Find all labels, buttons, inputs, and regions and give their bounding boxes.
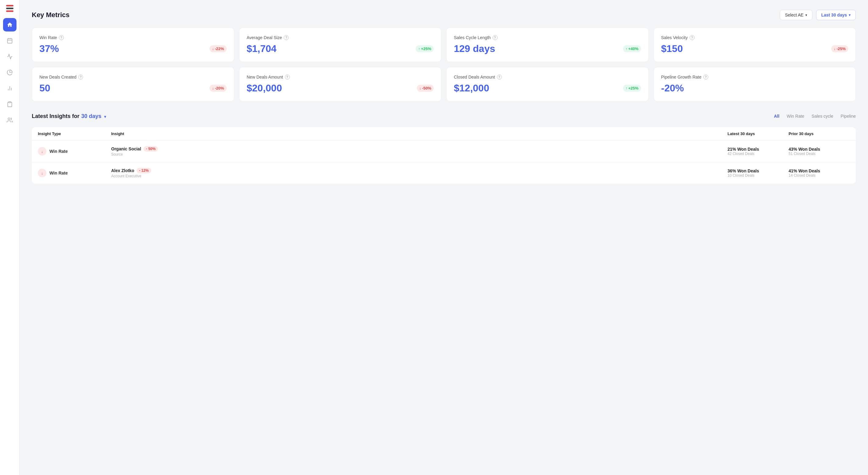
latest-sub: 42 Closed Deals <box>727 152 788 156</box>
metric-value-row: -20% <box>661 83 848 94</box>
metrics-grid-row1: Win Rate ?37%↓ -22%Average Deal Size ?$1… <box>32 28 856 62</box>
sidebar-item-clipboard[interactable] <box>3 97 17 111</box>
main-content: Key Metrics Select AE ▾ Last 30 days ▾ W… <box>20 0 868 475</box>
insight-type-cell: ↓ Win Rate <box>38 169 111 177</box>
insight-type-label: Win Rate <box>50 171 68 175</box>
metric-card-sales-cycle: Sales Cycle Length ?129 days↑ +40% <box>446 28 649 62</box>
sidebar-item-home[interactable] <box>3 18 17 31</box>
help-icon[interactable]: ? <box>493 35 498 40</box>
metric-card-win-rate: Win Rate ?37%↓ -22% <box>32 28 234 62</box>
header-controls: Select AE ▾ Last 30 days ▾ <box>780 10 856 20</box>
insights-filters: AllWin RateSales cyclePipeline <box>774 113 856 120</box>
help-icon[interactable]: ? <box>284 35 289 40</box>
sidebar-item-bar[interactable] <box>3 82 17 95</box>
metric-label: Win Rate ? <box>39 35 227 40</box>
metric-label: Average Deal Size ? <box>247 35 434 40</box>
metric-label-text: New Deals Amount <box>247 75 283 80</box>
sidebar-item-chart[interactable] <box>3 50 17 63</box>
metric-value: -20% <box>661 83 684 94</box>
metric-value: 129 days <box>454 43 495 54</box>
logo <box>6 5 13 12</box>
metric-label-text: New Deals Created <box>39 75 76 80</box>
insights-period: 30 days ▾ <box>81 113 106 120</box>
help-icon[interactable]: ? <box>497 75 502 80</box>
metric-badge: ↓ -50% <box>417 85 434 92</box>
prior-sub: 51 Closed Deals <box>788 152 850 156</box>
table-row: ↓ Win Rate Alex Zlotko - 12% Account Exe… <box>32 162 856 184</box>
arrow-icon: ↑ <box>418 47 420 51</box>
insight-cell: Organic Social - 50% Source <box>111 146 727 156</box>
insight-sublabel: Account Executive <box>111 174 727 178</box>
insight-badge: - 12% <box>136 168 151 173</box>
select-ae-label: Select AE <box>785 12 804 18</box>
metric-value: $20,000 <box>247 83 282 94</box>
table-header-cell: Latest 30 days <box>727 131 788 136</box>
metric-label-text: Pipeline Growth Rate <box>661 75 702 80</box>
arrow-icon: ↓ <box>419 86 421 90</box>
help-icon[interactable]: ? <box>703 75 708 80</box>
insight-sublabel: Source <box>111 152 727 156</box>
metric-label: Sales Velocity ? <box>661 35 848 40</box>
insights-section-header: Latest Insights for 30 days ▾ AllWin Rat… <box>32 113 856 120</box>
insight-name: Organic Social <box>111 146 141 151</box>
metric-value-row: 50↓ -20% <box>39 83 227 94</box>
insight-name-row: Alex Zlotko - 12% <box>111 168 727 173</box>
metric-label-text: Sales Velocity <box>661 35 688 40</box>
trend-down-icon: ↓ <box>38 169 46 177</box>
metric-value: 37% <box>39 43 59 54</box>
svg-point-8 <box>8 118 10 120</box>
arrow-icon: ↓ <box>212 47 214 51</box>
chevron-down-icon-2: ▾ <box>849 13 850 17</box>
prior-metric-cell: 41% Won Deals 14 Closed Deals <box>788 169 850 178</box>
sidebar-item-pie[interactable] <box>3 66 17 79</box>
sidebar-item-calendar[interactable] <box>3 34 17 48</box>
metrics-grid-row2: New Deals Created ?50↓ -20%New Deals Amo… <box>32 67 856 101</box>
metric-value-row: $1,704↑ +25% <box>247 43 434 54</box>
arrow-icon: ↓ <box>212 86 214 90</box>
latest-metric-cell: 36% Won Deals 10 Closed Deals <box>727 169 788 178</box>
insight-type-cell: ↓ Win Rate <box>38 147 111 156</box>
filter-pipeline[interactable]: Pipeline <box>840 113 856 120</box>
latest-sub: 10 Closed Deals <box>727 173 788 178</box>
metric-card-new-deals-created: New Deals Created ?50↓ -20% <box>32 67 234 101</box>
sidebar <box>0 0 20 475</box>
metric-badge: ↑ +25% <box>623 85 641 92</box>
metric-label: Pipeline Growth Rate ? <box>661 75 848 80</box>
sidebar-item-team[interactable] <box>3 113 17 127</box>
metric-card-pipeline-growth: Pipeline Growth Rate ?-20% <box>654 67 856 101</box>
date-range-dropdown[interactable]: Last 30 days ▾ <box>816 10 856 20</box>
filter-sales-cycle[interactable]: Sales cycle <box>811 113 833 120</box>
metric-label-text: Average Deal Size <box>247 35 282 40</box>
metric-label-text: Sales Cycle Length <box>454 35 491 40</box>
insights-title-text: Latest Insights for <box>32 113 80 120</box>
metric-value: 50 <box>39 83 51 94</box>
arrow-icon: ↑ <box>625 86 627 90</box>
select-ae-dropdown[interactable]: Select AE ▾ <box>780 10 812 20</box>
help-icon[interactable]: ? <box>690 35 694 40</box>
metric-card-sales-velocity: Sales Velocity ?$150↓ -25% <box>654 28 856 62</box>
metric-value: $1,704 <box>247 43 277 54</box>
help-icon[interactable]: ? <box>285 75 290 80</box>
metric-badge: ↑ +25% <box>416 45 434 52</box>
metric-badge: ↓ -20% <box>210 85 226 92</box>
metric-badge: ↓ -25% <box>831 45 848 52</box>
page-header: Key Metrics Select AE ▾ Last 30 days ▾ <box>32 10 856 20</box>
insight-name: Alex Zlotko <box>111 168 134 173</box>
logo-bar-3 <box>6 10 13 12</box>
metric-value: $150 <box>661 43 683 54</box>
latest-main: 21% Won Deals <box>727 147 788 152</box>
metric-card-closed-deals-amount: Closed Deals Amount ?$12,000↑ +25% <box>446 67 649 101</box>
filter-win-rate[interactable]: Win Rate <box>787 113 804 120</box>
prior-metric-cell: 43% Won Deals 51 Closed Deals <box>788 147 850 156</box>
table-body: ↓ Win Rate Organic Social - 50% Source 2… <box>32 141 856 184</box>
help-icon[interactable]: ? <box>59 35 64 40</box>
filter-all[interactable]: All <box>774 113 779 120</box>
prior-main: 43% Won Deals <box>788 147 850 152</box>
table-header: Insight TypeInsightLatest 30 daysPrior 3… <box>32 127 856 141</box>
insights-table: Insight TypeInsightLatest 30 daysPrior 3… <box>32 127 856 184</box>
help-icon[interactable]: ? <box>78 75 83 80</box>
metric-label: New Deals Created ? <box>39 75 227 80</box>
metric-badge: ↑ +40% <box>623 45 641 52</box>
svg-rect-7 <box>8 102 11 103</box>
arrow-icon: ↓ <box>834 47 836 51</box>
